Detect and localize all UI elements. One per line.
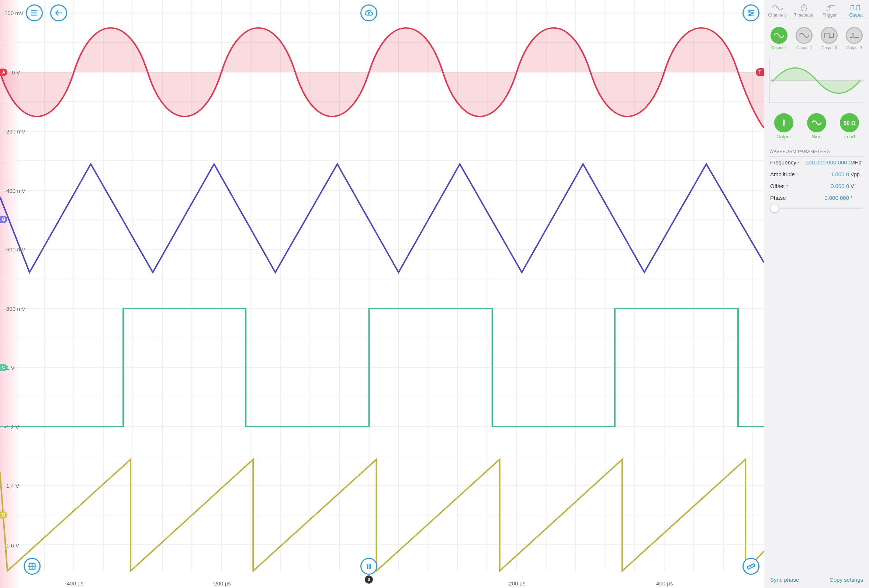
ytick-3: -400 mV — [4, 187, 25, 194]
output-label: Output 2 — [796, 45, 813, 50]
ytick-5: -800 mV — [4, 306, 25, 312]
svg-line-68 — [806, 5, 807, 6]
scope-grid — [0, 0, 764, 588]
output-label: Output 4 — [846, 45, 863, 50]
ytick-0: 200 mV — [4, 10, 24, 16]
output-toggle-button[interactable]: Output — [774, 113, 793, 139]
param-phase[interactable]: Phase 0.000 000 ° — [769, 192, 865, 204]
svg-rect-74 — [783, 120, 784, 126]
param-offset[interactable]: Offset▾ 0.000 0 V — [769, 180, 865, 192]
settings-sliders-button[interactable] — [743, 4, 759, 21]
param-value[interactable]: 0.000 000 — [805, 195, 851, 201]
param-value[interactable]: 1.000 0 — [805, 171, 851, 177]
sine-icon — [812, 118, 822, 127]
output-actions: Output Sine 50 Ω Load — [764, 110, 869, 146]
action-label: Sine — [807, 134, 826, 139]
cursors-button[interactable] — [24, 558, 41, 575]
param-value[interactable]: 0.000 0 — [805, 183, 851, 189]
channel-b-marker[interactable]: B — [0, 216, 7, 223]
svg-rect-58 — [367, 564, 368, 569]
sync-phase-link[interactable]: Sync phase — [770, 576, 799, 583]
channel-d-marker[interactable]: D — [0, 511, 7, 519]
sine-icon — [799, 32, 809, 39]
action-label: Load — [840, 134, 859, 139]
param-value[interactable]: 500.000 000 000 000 — [805, 159, 851, 166]
param-unit: Vpp — [851, 172, 863, 177]
ytick-8: -1.4 V — [4, 483, 19, 489]
tab-label: Channels — [768, 13, 787, 18]
tab-label: Timebase — [794, 13, 813, 18]
tab-output[interactable]: Output — [843, 0, 869, 20]
tab-label: Output — [849, 13, 862, 18]
measure-button[interactable] — [743, 558, 759, 575]
square-wave-icon — [850, 4, 862, 12]
xtick-1: -200 µs — [212, 580, 231, 587]
section-title: WAVEFORM PARAMETERS — [769, 146, 865, 157]
panel-tabs: Channels Timebase Trigger Output — [764, 0, 869, 20]
time-zero-marker[interactable]: 0 — [365, 575, 373, 584]
tab-timebase[interactable]: Timebase — [790, 0, 817, 20]
caret-down-icon: ▾ — [798, 161, 799, 164]
slider-thumb[interactable] — [771, 204, 779, 212]
output-1[interactable]: Output 1 — [771, 27, 787, 50]
side-panel: Channels Timebase Trigger Output Output … — [764, 0, 869, 588]
waveform-type-button[interactable]: Sine — [807, 113, 826, 139]
oscilloscope-canvas[interactable]: 200 mV 0 V -200 mV -400 mV -600 mV -800 … — [0, 0, 764, 588]
load-value: 50 Ω — [840, 113, 859, 132]
tab-trigger[interactable]: Trigger — [817, 0, 843, 20]
svg-line-62 — [750, 566, 751, 567]
back-button[interactable] — [50, 4, 67, 21]
menu-button[interactable] — [26, 4, 43, 21]
tab-label: Trigger — [823, 13, 837, 18]
ytick-9: -1.6 V — [4, 542, 19, 548]
cloud-upload-button[interactable] — [360, 4, 377, 21]
sine-icon — [772, 4, 783, 12]
trigger-level-marker[interactable]: T — [756, 68, 764, 76]
svg-point-53 — [752, 12, 753, 13]
svg-rect-59 — [369, 564, 371, 569]
copy-settings-link[interactable]: Copy settings — [829, 576, 863, 583]
param-unit: ° — [851, 195, 863, 201]
outputs-row: Output 1 Output 2 Output 3 Output 4 — [764, 20, 869, 55]
svg-line-61 — [749, 567, 749, 567]
action-label: Output — [774, 134, 793, 139]
ytick-1: 0 V — [12, 69, 20, 76]
stopwatch-icon — [798, 4, 810, 12]
param-unit: MHz — [851, 160, 863, 166]
svg-line-64 — [753, 565, 753, 566]
pause-button[interactable] — [360, 558, 377, 575]
svg-point-54 — [749, 14, 751, 16]
power-bar-icon — [779, 118, 789, 127]
channel-a-marker[interactable]: A — [0, 68, 7, 76]
channel-c-marker[interactable]: C — [0, 364, 7, 371]
svg-line-63 — [751, 566, 752, 566]
sine-icon — [774, 32, 784, 39]
output-4[interactable]: Output 4 — [846, 27, 863, 50]
param-amplitude[interactable]: Amplitude▾ 1.000 0 Vpp — [769, 169, 865, 180]
ytick-4: -600 mV — [4, 246, 25, 253]
param-unit: V — [851, 183, 863, 189]
output-3[interactable]: Output 3 — [821, 27, 838, 50]
svg-point-52 — [749, 10, 750, 12]
menu-icon — [30, 9, 39, 17]
arrow-left-icon — [54, 9, 63, 17]
xtick-0: -400 µs — [65, 580, 83, 587]
param-frequency[interactable]: Frequency▾ 500.000 000 000 000 MHz — [769, 157, 865, 169]
edge-icon — [824, 4, 836, 12]
trace-b — [0, 164, 764, 273]
output-label: Output 1 — [771, 45, 787, 50]
caret-down-icon: ▾ — [786, 184, 788, 188]
load-button[interactable]: 50 Ω Load — [840, 113, 859, 139]
caret-down-icon: ▾ — [796, 173, 798, 176]
ruler-icon — [747, 562, 755, 571]
sliders-icon — [747, 9, 755, 17]
crosshair-icon — [28, 562, 37, 571]
waveform-preview — [770, 59, 864, 103]
phase-slider[interactable] — [771, 207, 862, 209]
ytick-7: -1.2 V — [4, 424, 19, 430]
xtick-4: 400 µs — [656, 580, 673, 587]
tab-channels[interactable]: Channels — [764, 0, 790, 20]
output-2[interactable]: Output 2 — [796, 27, 813, 50]
ytick-2: -200 mV — [4, 128, 25, 134]
square-icon — [824, 32, 834, 39]
